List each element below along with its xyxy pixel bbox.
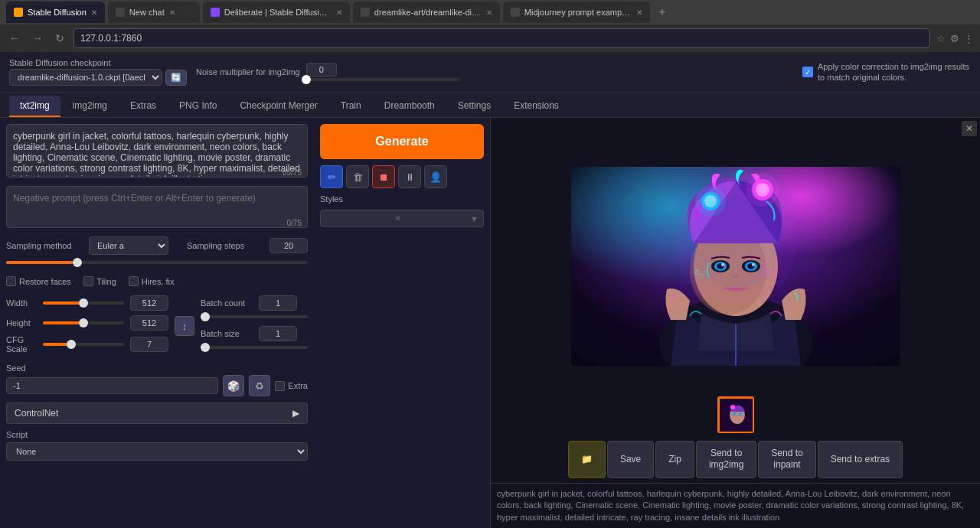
extensions-icon[interactable]: ⚙ bbox=[950, 33, 959, 44]
controlnet-section[interactable]: ControlNet ▶ bbox=[6, 403, 308, 424]
swap-dimensions-button[interactable]: ↕ bbox=[175, 316, 194, 336]
tab-stable-diffusion[interactable]: Stable Diffusion ✕ bbox=[6, 2, 105, 23]
send-extras-button[interactable]: Send to extras bbox=[818, 441, 903, 478]
batch-count-thumb[interactable] bbox=[201, 312, 210, 321]
tiling-checkbox[interactable] bbox=[83, 276, 93, 286]
restore-faces-label: Restore faces bbox=[19, 277, 71, 286]
width-value-input[interactable] bbox=[130, 295, 168, 311]
tab-close-chat[interactable]: ✕ bbox=[169, 8, 175, 17]
noise-slider[interactable] bbox=[306, 78, 459, 81]
negative-prompt-input[interactable] bbox=[6, 186, 308, 228]
tab-close-sd[interactable]: ✕ bbox=[91, 8, 97, 17]
back-button[interactable]: ← bbox=[6, 31, 23, 46]
restore-faces-checkbox-item[interactable]: Restore faces bbox=[6, 276, 71, 286]
tab-close-dreamlike[interactable]: ✕ bbox=[486, 8, 492, 17]
styles-input[interactable]: ✕ ▼ bbox=[320, 210, 484, 227]
tab-train[interactable]: Train bbox=[330, 96, 372, 117]
tiling-checkbox-item[interactable]: Tiling bbox=[83, 276, 116, 286]
save-button[interactable]: Save bbox=[607, 441, 654, 478]
swap-btn-container: ↕ bbox=[175, 298, 194, 354]
controlnet-label: ControlNet bbox=[15, 408, 58, 419]
batch-size-thumb[interactable] bbox=[201, 343, 210, 352]
reload-button[interactable]: ↻ bbox=[52, 31, 67, 46]
menu-icon[interactable]: ⋮ bbox=[964, 33, 974, 44]
hires-fix-checkbox[interactable] bbox=[129, 276, 139, 286]
extra-checkbox[interactable] bbox=[275, 381, 285, 391]
open-folder-button[interactable]: 📁 bbox=[568, 441, 606, 478]
styles-dropdown-icon[interactable]: ▼ bbox=[470, 214, 479, 223]
cfg-slider-thumb[interactable] bbox=[67, 340, 76, 349]
tab-img2img[interactable]: img2img bbox=[62, 96, 118, 117]
styles-clear-icon[interactable]: ✕ bbox=[394, 213, 401, 223]
left-panel: 65/75 0/75 Sampling method Euler a Sampl… bbox=[0, 118, 314, 528]
checkboxes-row: Restore faces Tiling Hires. fix bbox=[6, 273, 308, 289]
hires-fix-checkbox-item[interactable]: Hires. fix bbox=[129, 276, 175, 286]
tab-extras[interactable]: Extras bbox=[119, 96, 167, 117]
new-tab-button[interactable]: + bbox=[653, 3, 671, 21]
tab-settings[interactable]: Settings bbox=[447, 96, 501, 117]
generate-button[interactable]: Generate bbox=[320, 124, 484, 159]
positive-prompt-count: 65/75 bbox=[283, 168, 302, 177]
batch-size-slider[interactable] bbox=[201, 346, 308, 349]
batch-count-input[interactable] bbox=[259, 295, 297, 311]
pen-icon-button[interactable]: ✏ bbox=[320, 165, 343, 188]
tab-txt2img[interactable]: txt2img bbox=[9, 96, 60, 117]
color-correction-checkbox[interactable]: ✓ bbox=[802, 67, 813, 77]
forward-button[interactable]: → bbox=[29, 31, 46, 46]
height-value-input[interactable] bbox=[130, 315, 168, 331]
script-select[interactable]: None bbox=[6, 442, 308, 461]
noise-value-input[interactable] bbox=[306, 63, 337, 77]
batch-count-slider[interactable] bbox=[201, 315, 308, 318]
trash-icon-button[interactable]: 🗑 bbox=[346, 165, 369, 188]
tab-checkpoint-merger[interactable]: Checkpoint Merger bbox=[229, 96, 328, 117]
sampling-steps-input[interactable] bbox=[270, 238, 308, 253]
tab-dreamlike[interactable]: dreamlike-art/dreamlike-diffusio... ✕ bbox=[353, 2, 500, 23]
noise-slider-thumb[interactable] bbox=[302, 75, 311, 84]
positive-prompt-input[interactable] bbox=[6, 124, 308, 178]
batch-size-label: Batch size bbox=[201, 329, 254, 338]
tab-extensions[interactable]: Extensions bbox=[503, 96, 570, 117]
tab-deliberate[interactable]: Deliberate | Stable Diffusion Ch... ✕ bbox=[203, 2, 350, 23]
tab-new-chat[interactable]: New chat ✕ bbox=[108, 2, 200, 23]
person-icon-button[interactable]: 👤 bbox=[424, 165, 447, 188]
noise-label: Noise multiplier for img2img bbox=[196, 67, 300, 77]
restore-faces-checkbox[interactable] bbox=[6, 276, 16, 286]
controlnet-toggle-icon[interactable]: ▶ bbox=[292, 408, 299, 419]
steps-slider-thumb[interactable] bbox=[73, 258, 82, 267]
send-img2img-button[interactable]: Send toimg2img bbox=[696, 441, 756, 478]
checkpoint-reload-button[interactable]: 🔄 bbox=[165, 70, 187, 86]
extra-checkbox-item[interactable]: Extra bbox=[275, 381, 308, 391]
width-slider-thumb[interactable] bbox=[79, 298, 88, 308]
tab-close-mid[interactable]: ✕ bbox=[636, 8, 642, 17]
tab-icon-chat bbox=[116, 8, 125, 17]
tab-midjourney[interactable]: Midjourney prompt examples |... ✕ bbox=[503, 2, 650, 23]
cfg-value-input[interactable] bbox=[130, 337, 168, 352]
sampling-method-select[interactable]: Euler a bbox=[89, 236, 168, 255]
seed-random-button[interactable]: 🎲 bbox=[223, 375, 244, 396]
width-slider[interactable] bbox=[43, 301, 124, 305]
image-close-button[interactable]: ✕ bbox=[962, 121, 977, 136]
checkpoint-select[interactable]: dreamlike-diffusion-1.0.ckpt [0aecbcfa2c… bbox=[9, 69, 162, 86]
dims-col: Width Height bbox=[6, 295, 168, 354]
thumbnail-1[interactable] bbox=[717, 396, 754, 433]
tab-dreambooth[interactable]: Dreambooth bbox=[374, 96, 446, 117]
send-inpaint-button[interactable]: Send toinpaint bbox=[758, 441, 815, 478]
pause-icon-button[interactable]: ⏸ bbox=[398, 165, 421, 188]
stop-icon-button[interactable]: ⏹ bbox=[372, 165, 395, 188]
batch-size-input[interactable] bbox=[259, 326, 297, 341]
address-bar[interactable] bbox=[74, 28, 930, 48]
tab-icon-dreamlike bbox=[361, 8, 370, 17]
cfg-slider[interactable] bbox=[43, 343, 124, 346]
height-slider-thumb[interactable] bbox=[79, 318, 88, 328]
seed-recycle-button[interactable]: ♻ bbox=[249, 375, 270, 396]
width-slider-fill bbox=[43, 301, 83, 305]
image-output-panel: ✕ bbox=[490, 118, 980, 528]
height-slider[interactable] bbox=[43, 321, 124, 324]
seed-input[interactable] bbox=[6, 377, 218, 394]
tab-label-sd: Stable Diffusion bbox=[28, 8, 87, 17]
steps-slider[interactable] bbox=[6, 261, 308, 264]
zip-button[interactable]: Zip bbox=[655, 441, 694, 478]
tab-close-delib[interactable]: ✕ bbox=[336, 8, 342, 17]
tab-png-info[interactable]: PNG Info bbox=[168, 96, 227, 117]
bookmark-icon[interactable]: ☆ bbox=[936, 33, 946, 44]
